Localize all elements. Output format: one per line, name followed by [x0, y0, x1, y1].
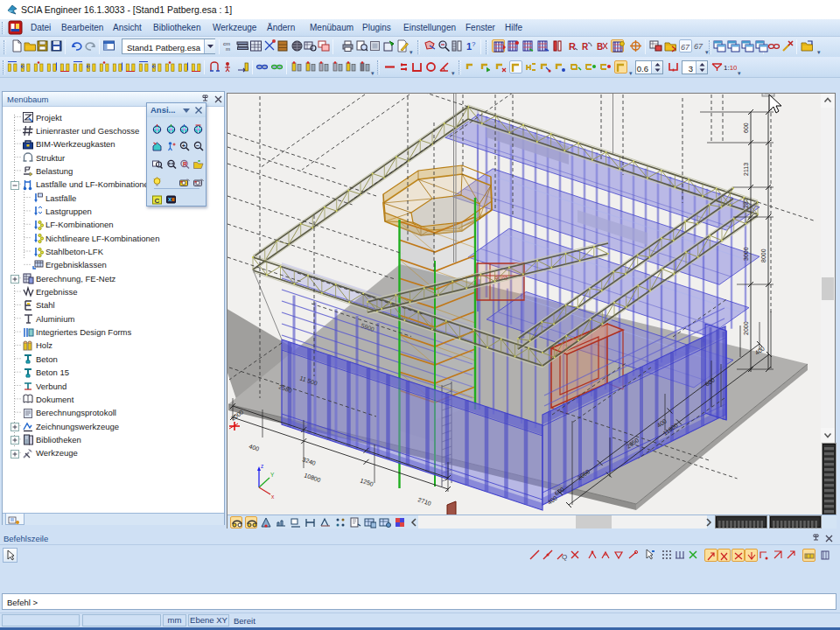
svg-text:z: z	[261, 463, 263, 469]
svg-text:B: B	[597, 42, 603, 52]
svg-text:600: 600	[743, 122, 749, 133]
svg-text:C: C	[155, 196, 160, 204]
svg-text:m: m	[226, 46, 230, 52]
svg-text:8000: 8000	[760, 248, 766, 262]
svg-text:Y: Y	[270, 472, 275, 478]
svg-text:x: x	[271, 494, 275, 500]
svg-text:287: 287	[743, 198, 749, 208]
svg-text:2113: 2113	[743, 163, 749, 176]
svg-text:+: +	[182, 143, 186, 149]
svg-text:400: 400	[248, 443, 260, 452]
svg-text:−: −	[196, 143, 200, 149]
svg-text:10800: 10800	[304, 472, 322, 483]
svg-text:Q: Q	[562, 553, 567, 561]
svg-text:R: R	[569, 41, 576, 52]
svg-text:1250: 1250	[360, 477, 374, 487]
svg-text:2710: 2710	[417, 496, 432, 507]
svg-text:2000: 2000	[743, 321, 749, 335]
svg-text:67: 67	[694, 42, 704, 51]
svg-text:1:10: 1:10	[724, 64, 737, 72]
svg-text:?: ?	[472, 40, 476, 48]
svg-text:R: R	[582, 42, 589, 52]
svg-text:67: 67	[681, 43, 690, 52]
svg-text:3000: 3000	[743, 247, 749, 261]
